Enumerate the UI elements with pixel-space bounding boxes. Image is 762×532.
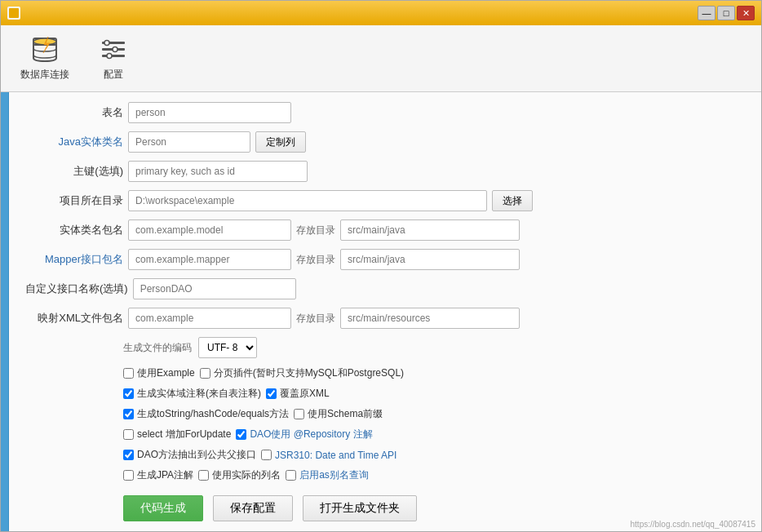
cb-entity-comment-input[interactable] xyxy=(123,388,134,399)
table-name-row: 表名 xyxy=(25,102,745,123)
cb-forupdate: select 增加ForUpdate xyxy=(123,428,231,441)
watermark: https://blog.csdn.net/qq_40087415 xyxy=(631,520,755,529)
checkbox-row-6: 生成JPA注解 使用实际的列名 启用as别名查询 xyxy=(25,468,745,482)
cb-jpa: 生成JPA注解 xyxy=(123,468,193,482)
mapper-pkg-input[interactable] xyxy=(128,249,291,270)
cb-actual-col: 使用实际的列名 xyxy=(198,468,281,482)
primary-key-input[interactable] xyxy=(128,161,308,182)
custom-interface-row: 自定义接口名称(选填) xyxy=(25,278,745,299)
cb-jpa-input[interactable] xyxy=(123,470,134,481)
maximize-button[interactable]: □ xyxy=(717,6,735,20)
generate-button[interactable]: 代码生成 xyxy=(123,495,203,521)
cb-actual-col-input[interactable] xyxy=(198,470,209,481)
custom-interface-label: 自定义接口名称(选填) xyxy=(25,282,128,296)
encoding-select[interactable]: UTF- 8 xyxy=(198,337,257,358)
primary-key-label: 主键(选填) xyxy=(25,164,123,179)
cb-alias-label: 启用as别名查询 xyxy=(299,468,369,482)
entity-pkg-label: 实体类名包名 xyxy=(25,223,123,237)
checkbox-row-1: 使用Example 分页插件(暂时只支持MySQL和PostgreSQL) xyxy=(25,366,745,380)
table-name-input[interactable] xyxy=(128,102,291,123)
cb-cover-xml-input[interactable] xyxy=(266,388,277,399)
checkbox-row-4: select 增加ForUpdate DAO使用 @Repository 注解 xyxy=(25,428,745,441)
cb-repository-label: DAO使用 @Repository 注解 xyxy=(250,428,372,441)
checkbox-row-2: 生成实体域注释(来自表注释) 覆盖原XML xyxy=(25,387,745,401)
java-entity-input[interactable] xyxy=(128,131,250,153)
cb-tostring-input[interactable] xyxy=(123,409,134,419)
cb-repository-input[interactable] xyxy=(236,429,246,440)
checkbox-row-5: DAO方法抽出到公共父接口 JSR310: Date and Time API xyxy=(25,448,745,462)
cb-cover-xml: 覆盖原XML xyxy=(266,387,330,401)
mapper-pkg-row: Mapper接口包名 存放目录 xyxy=(25,249,745,270)
cb-use-example-input[interactable] xyxy=(123,368,134,379)
project-dir-input[interactable] xyxy=(128,190,487,211)
cb-jpa-label: 生成JPA注解 xyxy=(137,468,193,482)
cb-use-example-label: 使用Example xyxy=(137,366,195,380)
project-dir-row: 项目所在目录 选择 xyxy=(25,190,745,211)
customize-col-button[interactable]: 定制列 xyxy=(255,131,306,153)
mapper-save-input[interactable] xyxy=(340,249,520,270)
svg-point-8 xyxy=(113,47,117,52)
cb-jsr310-input[interactable] xyxy=(261,450,272,460)
cb-actual-col-label: 使用实际的列名 xyxy=(212,468,281,482)
cb-tostring-label: 生成toString/hashCode/equals方法 xyxy=(137,407,289,421)
cb-repository: DAO使用 @Repository 注解 xyxy=(236,428,372,441)
cb-pagination-input[interactable] xyxy=(200,368,210,379)
entity-pkg-input[interactable] xyxy=(128,219,291,241)
svg-point-9 xyxy=(107,54,112,59)
title-bar-left xyxy=(7,7,20,20)
cb-dao-parent-label: DAO方法抽出到公共父接口 xyxy=(137,448,256,462)
close-button[interactable]: ✕ xyxy=(737,6,755,20)
entity-save-label: 存放目录 xyxy=(296,224,335,237)
choose-button[interactable]: 选择 xyxy=(492,190,533,211)
cb-jsr310-label: JSR310: Date and Time API xyxy=(275,450,397,461)
xml-pkg-row: 映射XML文件包名 存放目录 xyxy=(25,308,745,329)
db-connect-label: 数据库连接 xyxy=(20,68,69,82)
svg-rect-0 xyxy=(9,8,19,18)
cb-entity-comment: 生成实体域注释(来自表注释) xyxy=(123,387,261,401)
cb-jsr310: JSR310: Date and Time API xyxy=(261,450,397,461)
open-folder-button[interactable]: 打开生成文件夹 xyxy=(303,495,417,521)
cb-entity-comment-label: 生成实体域注释(来自表注释) xyxy=(137,387,261,401)
cb-forupdate-label: select 增加ForUpdate xyxy=(137,428,231,441)
svg-rect-6 xyxy=(102,55,125,57)
encoding-row: 生成文件的编码 UTF- 8 xyxy=(25,337,745,358)
cb-alias-input[interactable] xyxy=(286,470,296,481)
java-entity-row: Java实体类名 定制列 xyxy=(25,131,745,153)
config-label: 配置 xyxy=(104,68,123,82)
toolbar-config[interactable]: 配置 xyxy=(92,32,135,85)
table-name-label: 表名 xyxy=(25,105,123,120)
cb-dao-parent: DAO方法抽出到公共父接口 xyxy=(123,448,256,462)
cb-schema-label: 使用Schema前缀 xyxy=(308,407,383,421)
mapper-pkg-label: Mapper接口包名 xyxy=(25,252,123,267)
xml-save-input[interactable] xyxy=(340,308,520,329)
cb-forupdate-input[interactable] xyxy=(123,429,134,440)
xml-pkg-input[interactable] xyxy=(128,308,291,329)
cb-pagination-label: 分页插件(暂时只支持MySQL和PostgreSQL) xyxy=(214,366,404,380)
sidebar xyxy=(1,92,9,531)
mapper-save-label: 存放目录 xyxy=(296,253,335,267)
minimize-button[interactable]: — xyxy=(698,6,715,20)
cb-dao-parent-input[interactable] xyxy=(123,450,134,460)
save-config-button[interactable]: 保存配置 xyxy=(213,495,293,521)
toolbar-db-connect[interactable]: 数据库连接 xyxy=(14,32,76,85)
cb-alias: 启用as别名查询 xyxy=(286,468,369,482)
cb-schema-input[interactable] xyxy=(294,409,304,419)
window-icon xyxy=(7,7,20,20)
primary-key-row: 主键(选填) xyxy=(25,161,745,182)
title-bar-buttons: — □ ✕ xyxy=(698,6,755,20)
checkbox-row-3: 生成toString/hashCode/equals方法 使用Schema前缀 xyxy=(25,407,745,421)
cb-schema: 使用Schema前缀 xyxy=(294,407,383,421)
cb-use-example: 使用Example xyxy=(123,366,195,380)
cb-pagination: 分页插件(暂时只支持MySQL和PostgreSQL) xyxy=(200,366,404,380)
encoding-label: 生成文件的编码 xyxy=(123,341,192,355)
title-bar: — □ ✕ xyxy=(1,1,761,25)
form-area: 表名 Java实体类名 定制列 主键(选填) 项目所在目录 选择 xyxy=(9,92,761,531)
java-entity-label: Java实体类名 xyxy=(25,135,123,149)
db-connect-icon xyxy=(30,35,60,64)
entity-save-input[interactable] xyxy=(340,219,520,241)
entity-pkg-row: 实体类名包名 存放目录 xyxy=(25,219,745,241)
svg-point-7 xyxy=(104,41,109,46)
custom-interface-input[interactable] xyxy=(133,278,296,299)
cb-cover-xml-label: 覆盖原XML xyxy=(280,387,330,401)
xml-save-label: 存放目录 xyxy=(296,312,335,326)
